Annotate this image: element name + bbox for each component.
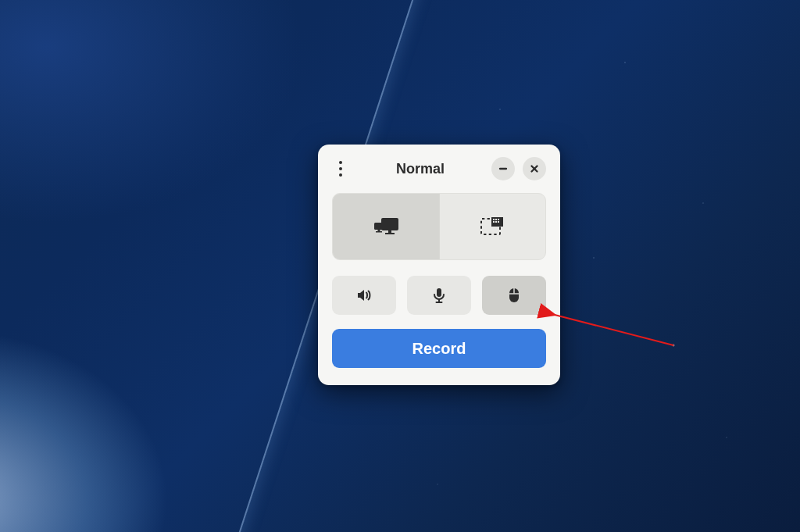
mouse-pointer-toggle[interactable] xyxy=(482,276,546,315)
window-title: Normal xyxy=(349,161,491,177)
svg-rect-15 xyxy=(495,221,497,223)
minimize-button[interactable] xyxy=(491,157,515,180)
speaker-icon xyxy=(355,287,373,304)
microphone-toggle[interactable] xyxy=(407,276,471,315)
capture-region-option[interactable] xyxy=(440,194,546,259)
minimize-icon xyxy=(498,163,509,174)
close-button[interactable] xyxy=(523,157,546,180)
capture-screen-option[interactable] xyxy=(333,194,439,259)
record-button[interactable]: Record xyxy=(332,329,546,368)
menu-button[interactable] xyxy=(332,158,349,180)
svg-rect-17 xyxy=(437,288,441,297)
svg-rect-13 xyxy=(498,219,499,220)
screen-capture-icon xyxy=(370,215,402,238)
svg-rect-5 xyxy=(385,233,395,234)
kebab-icon xyxy=(339,161,342,164)
window-controls xyxy=(491,157,546,180)
capture-mode-segment xyxy=(332,193,546,260)
option-toggles-row xyxy=(332,276,546,315)
svg-rect-3 xyxy=(381,218,398,230)
svg-rect-8 xyxy=(376,231,382,233)
svg-rect-16 xyxy=(498,221,499,223)
svg-rect-12 xyxy=(495,219,497,220)
record-button-label: Record xyxy=(412,340,466,358)
svg-rect-11 xyxy=(493,219,495,220)
close-icon xyxy=(529,163,540,174)
region-capture-icon xyxy=(479,215,505,238)
titlebar: Normal xyxy=(332,155,546,182)
svg-rect-6 xyxy=(374,223,384,230)
svg-rect-4 xyxy=(388,230,391,233)
svg-line-24 xyxy=(555,315,673,345)
mouse-pointer-icon xyxy=(508,287,520,304)
svg-rect-14 xyxy=(493,221,495,223)
screen-recorder-window: Normal xyxy=(318,145,560,385)
microphone-icon xyxy=(431,287,447,304)
svg-rect-7 xyxy=(377,230,380,231)
speaker-toggle[interactable] xyxy=(332,276,396,315)
